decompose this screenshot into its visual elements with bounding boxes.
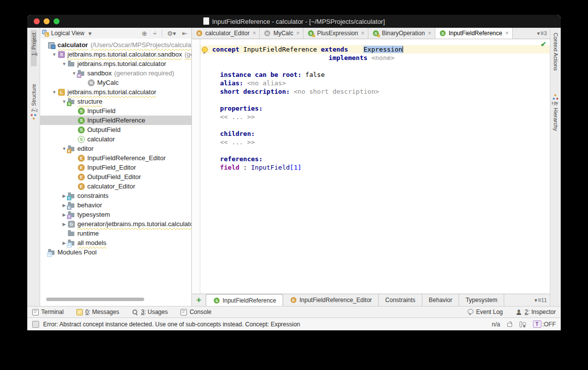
tree-item[interactable]: calculator(/Users/Oscar/MPSProjects/calc… — [40, 40, 191, 50]
code-segment: : — [239, 164, 251, 171]
code-line[interactable] — [200, 146, 550, 155]
typesystem-toggle-state[interactable]: :OFF — [542, 321, 556, 328]
collapse-all-icon[interactable]: ÷ — [151, 30, 159, 37]
code-line[interactable]: implements <none> — [200, 54, 550, 62]
toolwindow-button-label: 0: Messages — [85, 308, 119, 315]
code-line[interactable] — [200, 121, 550, 129]
folder-models-icon: ∷ — [67, 239, 75, 247]
toolwindow-button-EventLog[interactable]: Event Log — [468, 308, 503, 315]
tree-item[interactable]: ▶Cconstraints — [40, 191, 191, 200]
s-circ-icon: S — [213, 297, 220, 304]
tree-item[interactable]: ▼Msandbox(generation required) — [40, 68, 191, 78]
toolwindow-button-Messages[interactable]: 0: Messages — [76, 308, 119, 315]
close-tab-icon[interactable]: × — [296, 30, 299, 37]
tree-item[interactable]: ▶∷all models — [40, 238, 191, 247]
toolwindow-button-Usages[interactable]: 3: Usages — [132, 308, 168, 315]
aspect-tab-bar: +SInputFieldReferenceEInputFieldReferenc… — [192, 294, 550, 306]
tree-item[interactable]: ▼Eeditor — [40, 144, 191, 153]
view-selector[interactable]: Logical View — [51, 30, 84, 37]
tree-item[interactable]: ▼Sstructure — [40, 97, 191, 106]
close-tab-icon[interactable]: × — [505, 30, 509, 37]
view-dropdown-icon[interactable]: ▾ — [86, 30, 94, 37]
code-line[interactable]: instance can be root: false — [200, 70, 550, 79]
locate-icon[interactable]: ⊕ — [140, 30, 149, 37]
aspect-tab-Behavior[interactable]: Behavior — [422, 294, 459, 306]
tree-item[interactable]: ▼Sjetbrains.mps.tutorial.calculator.sand… — [40, 50, 191, 59]
stripe-item-Hierarchy[interactable]: 8: Hierarchy — [553, 91, 559, 134]
editor-tab-InputFieldReference[interactable]: SInputFieldReference× — [435, 28, 513, 39]
tree-item[interactable]: EOutputField_Editor — [40, 172, 191, 182]
tree-item[interactable]: SOutputField — [40, 125, 191, 134]
tree-item-label: jetbrains.mps.tutorial.calculator.sandbo… — [67, 51, 182, 58]
tree-item[interactable]: ▼Ljetbrains.mps.tutorial.calculator — [40, 87, 191, 97]
typesystem-toggle-icon[interactable]: T — [533, 320, 541, 328]
tree-item[interactable]: runtime — [40, 229, 191, 238]
aspect-tab-InputFieldReference_Editor[interactable]: EInputFieldReference_Editor — [283, 294, 379, 306]
aspect-tab-InputFieldReference[interactable]: SInputFieldReference — [206, 294, 283, 306]
tree-item[interactable]: Ecalculator_Editor — [40, 182, 191, 191]
close-tab-icon[interactable]: × — [252, 30, 256, 37]
code-line[interactable] — [200, 62, 550, 70]
stripe-item-Structure[interactable]: 7: Structure — [31, 81, 37, 123]
toolwindow-button-Inspector[interactable]: 2: Inspector — [516, 308, 556, 315]
tree-expand-icon[interactable]: ▼ — [51, 52, 58, 57]
e-circ-icon: E — [77, 173, 85, 181]
tab-list-dropdown-icon[interactable]: ▾≡3 — [534, 28, 550, 39]
close-tab-icon[interactable]: × — [428, 30, 431, 37]
code-area[interactable]: concept InputFieldReference extends Expr… — [200, 45, 550, 172]
intention-bulb-icon[interactable] — [202, 47, 208, 53]
tree-item[interactable]: Scalculator — [40, 134, 191, 144]
tree-item[interactable]: SInputField — [40, 106, 191, 116]
tree-item[interactable]: ▼jetbrains.mps.tutorial.calculator — [40, 59, 191, 68]
editor-tab-label: PlusExpression — [317, 30, 358, 37]
n-circ-icon: N — [87, 79, 95, 87]
code-line[interactable]: << ... >> — [200, 113, 550, 121]
toolwindow-button-Terminal[interactable]: Terminal — [32, 308, 63, 315]
inspector-icon — [516, 309, 522, 315]
aspect-tab-Constraints[interactable]: Constraints — [379, 294, 422, 306]
s-circ-lock-icon: S — [308, 30, 315, 37]
code-line[interactable]: short description: <no short description… — [200, 87, 550, 96]
code-line[interactable]: alias: <no alias> — [200, 79, 550, 87]
editor-tab-calculator_Editor[interactable]: Ecalculator_Editor× — [192, 28, 260, 39]
assistant-icon[interactable] — [519, 321, 526, 327]
code-line[interactable]: children: — [200, 129, 550, 138]
settings-gear-icon[interactable]: ⚙▾ — [165, 30, 178, 37]
tree-item[interactable]: ▶Bbehavior — [40, 200, 191, 210]
horizontal-scrollbar[interactable] — [46, 298, 144, 301]
tree-item[interactable]: ▶Ttypesystem — [40, 210, 191, 219]
stripe-item-ContextActions[interactable]: Context Actions — [553, 30, 559, 73]
editor-tab-MyCalc[interactable]: NMyCalc× — [260, 28, 303, 39]
tree-item[interactable]: NMyCalc — [40, 78, 191, 87]
editor-tab-BinaryOperation[interactable]: SBinaryOperation× — [368, 28, 435, 39]
tree-item[interactable]: SInputFieldReference — [40, 116, 191, 125]
aspect-tab-list-dropdown-icon[interactable]: ▾≡11 — [531, 294, 550, 306]
code-line[interactable]: concept InputFieldReference extends Expr… — [200, 45, 550, 54]
inspection-ok-icon[interactable]: ✔ — [540, 40, 546, 48]
code-segment: [1] — [290, 164, 301, 171]
tree-expand-icon[interactable]: ▼ — [61, 62, 67, 66]
code-line[interactable]: << ... >> — [200, 138, 550, 146]
tree-item[interactable]: EInputField_Editor — [40, 163, 191, 172]
hidden-tabs-count: 3 — [544, 30, 547, 36]
editor-content[interactable]: concept InputFieldReference extends Expr… — [192, 39, 550, 294]
stripe-item-Project[interactable]: 1: Project — [31, 30, 37, 66]
tree-item[interactable]: ▶Ggenerator/jetbrains.mps.tutorial.calcu… — [40, 219, 191, 229]
folder-s-icon: S — [67, 98, 75, 106]
toolwindow-button-Console[interactable]: Console — [180, 308, 211, 315]
code-line[interactable]: field : InputField[1] — [200, 163, 550, 172]
tree-expand-icon[interactable]: ▼ — [51, 90, 58, 95]
hide-panel-icon[interactable]: ⇤ — [180, 30, 189, 37]
tree-expand-icon[interactable]: ▶ — [61, 222, 67, 227]
tree-item[interactable]: ∷Modules Pool — [40, 247, 191, 257]
tree-item[interactable]: EInputFieldReference_Editor — [40, 153, 191, 163]
editor-tab-PlusExpression[interactable]: SPlusExpression× — [303, 28, 368, 39]
unlock-icon[interactable] — [507, 321, 512, 327]
code-line[interactable]: properties: — [200, 104, 550, 113]
aspect-tab-Typesystem[interactable]: Typesystem — [459, 294, 504, 306]
code-segment: field — [220, 164, 239, 171]
code-line[interactable] — [200, 96, 550, 104]
close-tab-icon[interactable]: × — [361, 30, 364, 37]
add-aspect-tab-button[interactable]: + — [192, 294, 206, 306]
code-line[interactable]: references: — [200, 155, 550, 163]
